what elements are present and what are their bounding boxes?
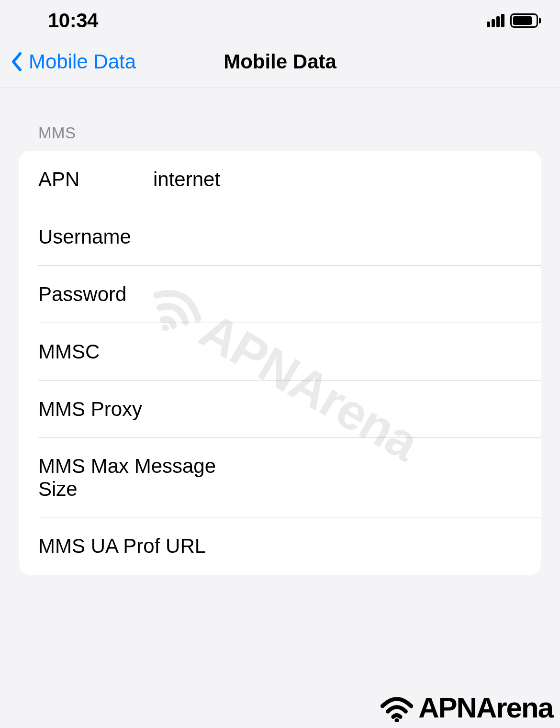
status-time: 10:34: [48, 9, 98, 32]
row-label-password: Password: [38, 283, 153, 306]
footer-logo: APNArena: [378, 691, 553, 724]
row-label-apn: APN: [38, 168, 153, 191]
back-button[interactable]: Mobile Data: [10, 50, 136, 73]
battery-icon: [510, 13, 541, 28]
wifi-icon: [378, 694, 416, 722]
row-username[interactable]: Username: [19, 208, 541, 266]
settings-group-mms: APN Username Password MMSC MMS Proxy MMS…: [19, 151, 541, 575]
chevron-left-icon: [10, 52, 24, 71]
username-field[interactable]: [153, 225, 522, 248]
page-title: Mobile Data: [224, 50, 336, 73]
row-apn[interactable]: APN: [19, 151, 541, 208]
row-label-mms-max-message-size: MMS Max Message Size: [38, 455, 259, 501]
row-mms-max-message-size[interactable]: MMS Max Message Size: [19, 438, 541, 517]
svg-point-1: [395, 718, 399, 722]
row-mmsc[interactable]: MMSC: [19, 323, 541, 381]
back-label: Mobile Data: [29, 50, 136, 73]
row-label-mms-ua-prof-url: MMS UA Prof URL: [38, 535, 206, 558]
nav-bar: Mobile Data Mobile Data: [0, 36, 560, 88]
row-label-mms-proxy: MMS Proxy: [38, 398, 153, 421]
row-mms-ua-prof-url[interactable]: MMS UA Prof URL: [19, 517, 541, 575]
section-header-mms: MMS: [19, 124, 541, 151]
row-label-mmsc: MMSC: [38, 340, 153, 363]
row-label-username: Username: [38, 225, 153, 248]
row-password[interactable]: Password: [19, 266, 541, 323]
status-bar: 10:34: [0, 0, 560, 36]
mmsc-field[interactable]: [153, 340, 522, 363]
apn-field[interactable]: [153, 168, 522, 191]
mms-ua-prof-url-field[interactable]: [215, 535, 522, 558]
password-field[interactable]: [153, 283, 522, 306]
row-mms-proxy[interactable]: MMS Proxy: [19, 381, 541, 438]
status-right: [487, 13, 541, 28]
signal-icon: [487, 14, 504, 27]
footer-logo-text: APNArena: [418, 691, 553, 724]
mms-proxy-field[interactable]: [153, 398, 522, 421]
content: MMS APN Username Password MMSC MMS Proxy…: [0, 88, 560, 575]
mms-max-message-size-field[interactable]: [269, 466, 522, 489]
